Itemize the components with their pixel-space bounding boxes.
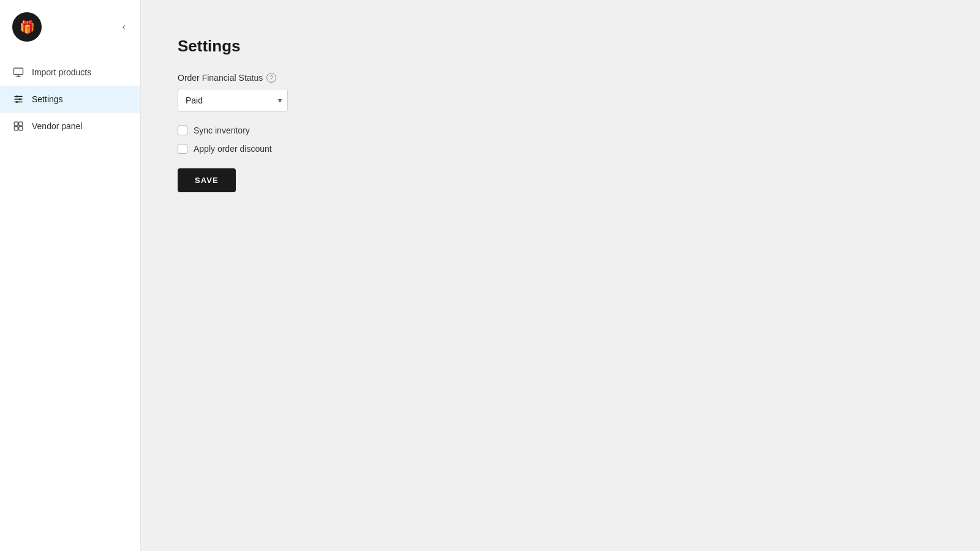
- main-content: Settings Order Financial Status ? Paid P…: [141, 0, 980, 551]
- svg-point-6: [16, 96, 18, 97]
- sync-inventory-label: Sync inventory: [194, 126, 250, 135]
- collapse-icon: ‹: [123, 21, 126, 32]
- sync-inventory-checkbox[interactable]: [178, 126, 187, 135]
- import-icon: [12, 66, 24, 78]
- sidebar-item-import-products[interactable]: Import products: [0, 59, 140, 86]
- settings-icon: [12, 93, 24, 105]
- sidebar-item-vendor-panel[interactable]: Vendor panel: [0, 113, 140, 140]
- svg-rect-0: [14, 68, 23, 75]
- logo-icon: 🎁: [20, 20, 35, 34]
- apply-order-discount-checkbox[interactable]: [178, 144, 187, 154]
- checkbox-group: Sync inventory Apply order discount: [178, 126, 943, 154]
- order-financial-status-wrapper: Paid Pending Refunded Voided Partially p…: [178, 89, 288, 112]
- svg-point-7: [19, 99, 21, 100]
- svg-rect-11: [14, 127, 18, 130]
- settings-form: Order Financial Status ? Paid Pending Re…: [178, 73, 943, 192]
- app-logo: 🎁: [12, 12, 42, 42]
- svg-rect-10: [19, 122, 23, 126]
- sidebar-navigation: Import products Settings: [0, 54, 140, 144]
- sidebar-item-label: Vendor panel: [32, 121, 83, 131]
- sidebar-item-settings[interactable]: Settings: [0, 86, 140, 113]
- sidebar-item-label: Settings: [32, 94, 63, 104]
- page-title: Settings: [178, 37, 943, 56]
- save-button-wrapper: SAVE: [178, 168, 943, 192]
- sync-inventory-checkbox-item[interactable]: Sync inventory: [178, 126, 943, 135]
- order-financial-status-label: Order Financial Status ?: [178, 73, 943, 83]
- help-icon[interactable]: ?: [266, 73, 276, 83]
- save-button[interactable]: SAVE: [178, 168, 236, 192]
- sidebar: 🎁 ‹ Import products: [0, 0, 141, 551]
- svg-point-8: [16, 101, 18, 103]
- apply-order-discount-checkbox-item[interactable]: Apply order discount: [178, 144, 943, 154]
- sidebar-header: 🎁 ‹: [0, 0, 140, 54]
- svg-rect-9: [14, 122, 18, 126]
- sidebar-collapse-button[interactable]: ‹: [120, 19, 128, 35]
- sidebar-item-label: Import products: [32, 67, 91, 77]
- order-financial-status-select[interactable]: Paid Pending Refunded Voided Partially p…: [178, 89, 288, 112]
- svg-rect-12: [19, 127, 23, 130]
- apply-order-discount-label: Apply order discount: [194, 144, 272, 154]
- vendor-icon: [12, 120, 24, 132]
